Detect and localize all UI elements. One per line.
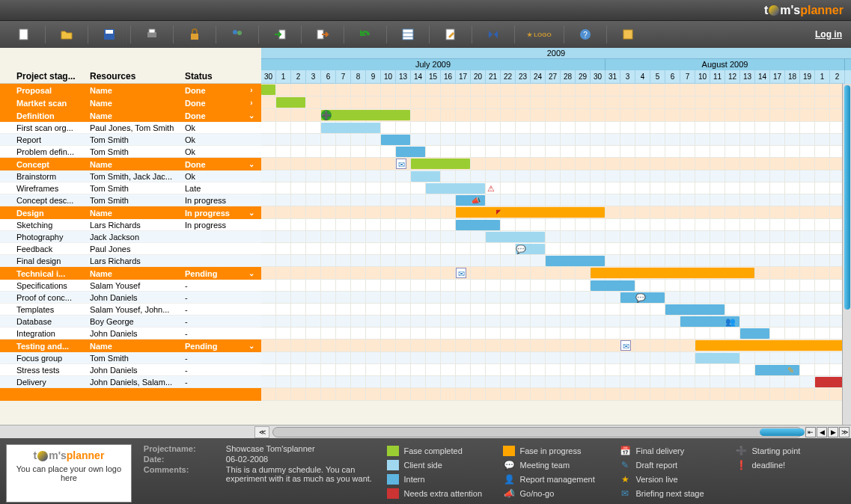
gantt-bar[interactable] (261, 84, 275, 95)
scroll-right-icon[interactable]: ▶ (828, 427, 838, 437)
day-cell[interactable]: 14 (755, 70, 770, 84)
gantt-bar[interactable] (546, 256, 605, 266)
day-cell[interactable]: 3 (620, 70, 635, 84)
scroll-track[interactable] (272, 427, 802, 437)
task-row[interactable]: ReportTom SmithOk (0, 134, 261, 146)
day-cell[interactable]: 27 (546, 70, 561, 84)
vertical-scroll-thumb[interactable] (844, 85, 850, 310)
save-icon[interactable] (100, 25, 118, 43)
task-row[interactable]: Final designLars Richards (0, 255, 261, 267)
scroll-left-icon[interactable]: ◀ (817, 427, 827, 437)
gantt-bar[interactable] (411, 159, 470, 169)
day-cell[interactable]: 12 (725, 70, 740, 84)
lock-icon[interactable] (186, 25, 204, 43)
gantt-row[interactable]: ◤ (261, 206, 851, 219)
day-cell[interactable]: 1 (276, 70, 291, 84)
scroll-thumb[interactable] (760, 428, 805, 436)
day-cell[interactable]: 20 (471, 70, 486, 84)
undo-icon[interactable] (356, 25, 374, 43)
import-icon[interactable] (271, 25, 289, 43)
task-row[interactable]: Focus groupTom Smith- (0, 352, 261, 364)
gantt-row[interactable] (261, 255, 851, 267)
task-row[interactable]: SketchingLars RichardsIn progress (0, 219, 261, 231)
task-row[interactable]: IntegrationJohn Daniels- (0, 328, 261, 339)
gantt-body[interactable]: ➕✉⚠📣◤💬✉💬👥✉✎ (261, 84, 851, 401)
gantt-marker-icon[interactable]: 💬 (635, 292, 646, 303)
logo-button[interactable]: ★ LOGO (527, 25, 552, 43)
gantt-marker-icon[interactable]: 💬 (516, 244, 526, 254)
gantt-bar[interactable] (381, 135, 410, 145)
day-cell[interactable]: 10 (381, 70, 396, 84)
task-row[interactable]: FeedbackPaul Jones (0, 243, 261, 255)
phase-row[interactable]: DefinitionNameDone⌄ (0, 109, 261, 122)
day-cell[interactable]: 28 (561, 70, 576, 84)
day-cell[interactable]: 7 (680, 70, 695, 84)
gantt-row[interactable] (261, 84, 851, 96)
gantt-bar[interactable] (321, 123, 380, 133)
task-row[interactable]: Proof of conc...John Daniels- (0, 292, 261, 304)
gantt-row[interactable] (261, 352, 851, 364)
gantt-row[interactable]: ✎ (261, 364, 851, 376)
day-cell[interactable]: 24 (531, 70, 546, 84)
gantt-marker-icon[interactable]: ✎ (785, 365, 796, 375)
phase-row[interactable]: Testing and...NamePending⌄ (0, 339, 261, 352)
day-cell[interactable]: 9 (366, 70, 381, 84)
gantt-row[interactable]: 👥 (261, 316, 851, 328)
gantt-row[interactable] (261, 280, 851, 292)
task-row[interactable]: BrainstormTom Smith, Jack Jac...Ok (0, 170, 261, 182)
gantt-row[interactable]: ⚠ (261, 182, 851, 194)
day-cell[interactable]: 7 (336, 70, 351, 84)
day-cell[interactable]: 13 (396, 70, 411, 84)
expand-caret-icon[interactable]: ⌄ (245, 111, 258, 120)
phase-row[interactable]: Martket scanNameDone› (0, 96, 261, 109)
gantt-bar[interactable] (591, 268, 754, 278)
col-resources[interactable]: Resources (90, 71, 185, 82)
gantt-bar[interactable] (426, 183, 485, 194)
task-row[interactable]: Concept desc...Tom SmithIn progress (0, 194, 261, 206)
day-cell[interactable]: 14 (411, 70, 426, 84)
open-folder-icon[interactable] (58, 25, 76, 43)
phase-row[interactable]: Technical i...NamePending⌄ (0, 267, 261, 280)
gantt-bar[interactable] (396, 147, 425, 157)
edit-doc-icon[interactable] (442, 25, 460, 43)
help-icon[interactable]: ? (576, 25, 594, 43)
gantt-bar[interactable] (591, 280, 635, 291)
day-cell[interactable]: 30 (591, 70, 606, 84)
day-cell[interactable]: 30 (261, 70, 276, 84)
export-icon[interactable] (314, 25, 332, 43)
gantt-row[interactable] (261, 304, 851, 316)
day-cell[interactable]: 21 (486, 70, 501, 84)
gantt-row[interactable] (261, 231, 851, 243)
phase-row[interactable] (0, 388, 261, 401)
col-status[interactable]: Status (185, 71, 260, 82)
day-cell[interactable]: 16 (441, 70, 456, 84)
task-row[interactable]: Problem defin...Tom SmithOk (0, 146, 261, 158)
phase-row[interactable]: ConceptNameDone⌄ (0, 158, 261, 170)
expand-caret-icon[interactable]: › (245, 99, 258, 107)
gantt-marker-icon[interactable]: 📣 (471, 195, 481, 206)
expand-caret-icon[interactable]: ⌄ (245, 269, 258, 277)
gantt-row[interactable] (261, 376, 851, 388)
day-cell[interactable]: 31 (606, 70, 620, 84)
day-cell[interactable]: 23 (516, 70, 531, 84)
gantt-marker-icon[interactable]: ✉ (396, 159, 406, 169)
task-row[interactable]: WireframesTom SmithLate (0, 182, 261, 194)
day-cell[interactable]: 11 (710, 70, 725, 84)
vertical-scrollbar[interactable] (842, 84, 851, 425)
mirror-icon[interactable] (484, 25, 502, 43)
col-project-stage[interactable]: Project stag... (0, 71, 90, 82)
phase-row[interactable]: ProposalNameDone› (0, 84, 261, 96)
gantt-row[interactable] (261, 96, 851, 109)
gantt-bar[interactable] (456, 207, 605, 218)
day-cell[interactable]: 17 (770, 70, 785, 84)
gantt-marker-icon[interactable]: ✉ (456, 268, 466, 278)
day-cell[interactable]: 6 (321, 70, 336, 84)
gantt-marker-icon[interactable]: ⚠ (486, 183, 496, 194)
scroll-first-icon[interactable]: ⇤ (805, 427, 816, 437)
expand-caret-icon[interactable]: ⌄ (245, 209, 258, 217)
gantt-bar[interactable] (486, 232, 545, 242)
scroll-last-icon[interactable]: ≫ (839, 427, 850, 437)
day-cell[interactable]: 22 (501, 70, 516, 84)
login-link[interactable]: Log in (815, 29, 842, 40)
gantt-row[interactable]: ✉ (261, 158, 851, 170)
